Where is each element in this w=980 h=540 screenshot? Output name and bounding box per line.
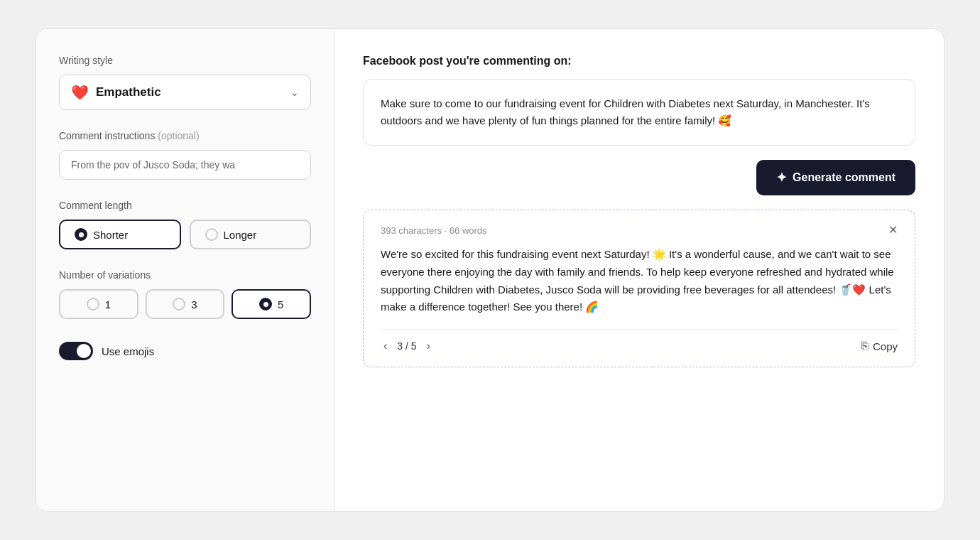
generated-text: We're so excited for this fundraising ev… <box>381 246 898 316</box>
radio-longer-indicator <box>205 228 218 241</box>
length-section: Comment length Shorter Longer <box>59 200 311 249</box>
radio-1-indicator <box>87 298 99 310</box>
emoji-toggle-label: Use emojis <box>102 345 154 357</box>
heart-icon: ❤️ <box>71 84 89 101</box>
copy-button[interactable]: ⎘ Copy <box>861 340 898 352</box>
length-option-longer[interactable]: Longer <box>190 220 312 249</box>
instructions-input[interactable] <box>59 150 311 180</box>
instructions-label: Comment instructions (optional) <box>59 130 311 141</box>
radio-5-indicator <box>259 298 272 310</box>
app-container: Writing style ❤️ Empathetic ⌄ Comment in… <box>36 28 944 512</box>
generate-btn-label: Generate comment <box>793 171 895 184</box>
toggle-knob <box>77 344 91 358</box>
variation-1-label: 1 <box>105 298 111 310</box>
emoji-toggle[interactable] <box>59 342 93 360</box>
radio-shorter-indicator <box>75 228 87 241</box>
copy-icon: ⎘ <box>861 340 869 352</box>
optional-label: (optional) <box>158 130 199 141</box>
close-generated-button[interactable]: ✕ <box>888 225 898 236</box>
chevron-down-icon: ⌄ <box>290 87 299 98</box>
sparkle-icon: ✦ <box>776 170 787 185</box>
length-label: Comment length <box>59 200 311 211</box>
instructions-section: Comment instructions (optional) <box>59 130 311 180</box>
facebook-post-content: Make sure to come to our fundraising eve… <box>363 79 915 146</box>
writing-style-dropdown[interactable]: ❤️ Empathetic ⌄ <box>59 75 311 110</box>
length-option-shorter[interactable]: Shorter <box>59 220 181 249</box>
variation-option-5[interactable]: 5 <box>232 289 311 319</box>
emoji-section: Use emojis <box>59 342 311 360</box>
next-page-button[interactable]: › <box>424 340 433 352</box>
variation-option-3[interactable]: 3 <box>146 289 225 319</box>
length-shorter-label: Shorter <box>93 229 128 241</box>
facebook-post-title: Facebook post you're commenting on: <box>363 55 915 68</box>
length-longer-label: Longer <box>224 229 257 241</box>
variations-section: Number of variations 1 3 5 <box>59 269 311 319</box>
writing-style-section: Writing style ❤️ Empathetic ⌄ <box>59 55 311 110</box>
writing-style-value: Empathetic <box>96 85 161 99</box>
variations-label: Number of variations <box>59 269 311 281</box>
writing-style-label: Writing style <box>59 55 311 66</box>
variations-group: 1 3 5 <box>59 289 311 319</box>
generated-comment-box: 393 characters · 66 words ✕ We're so exc… <box>363 210 915 367</box>
right-panel: Facebook post you're commenting on: Make… <box>334 29 944 511</box>
generate-comment-button[interactable]: ✦ Generate comment <box>756 160 915 195</box>
left-panel: Writing style ❤️ Empathetic ⌄ Comment in… <box>36 29 334 511</box>
variation-5-label: 5 <box>278 298 283 310</box>
generated-meta: 393 characters · 66 words ✕ <box>381 225 898 236</box>
pagination: ‹ 3 / 5 › <box>381 340 433 352</box>
page-info: 3 / 5 <box>397 340 416 352</box>
generated-footer: ‹ 3 / 5 › ⎘ Copy <box>381 329 898 352</box>
radio-3-indicator <box>173 298 185 310</box>
variation-3-label: 3 <box>191 298 197 310</box>
length-radio-group: Shorter Longer <box>59 220 311 249</box>
generated-stats: 393 characters · 66 words <box>381 225 487 236</box>
variation-option-1[interactable]: 1 <box>59 289 138 319</box>
copy-label: Copy <box>873 340 898 352</box>
prev-page-button[interactable]: ‹ <box>381 340 390 352</box>
generate-row: ✦ Generate comment <box>363 160 915 195</box>
